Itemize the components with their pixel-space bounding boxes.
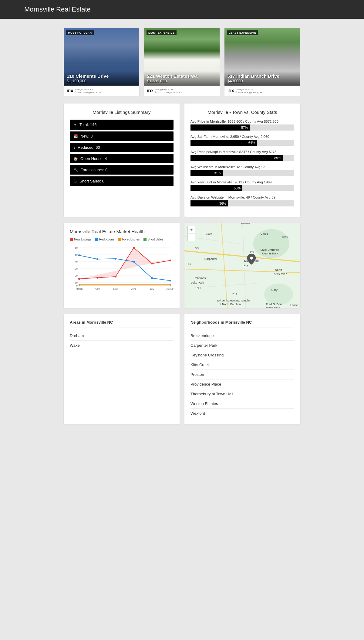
property-card-2[interactable]: LEAST EXPENSIVE 517 Indian Branch Drive …: [224, 28, 300, 96]
legend-item-2: Foreclosures: [118, 238, 140, 241]
areas-neighborhoods-row: Areas in Morrisville NC DurhamWake Neigh…: [64, 314, 300, 424]
svg-point-15: [78, 278, 80, 280]
neighborhood-item-5[interactable]: Providence Place: [190, 380, 294, 389]
stat-label: Short Sales: 0: [79, 179, 104, 183]
card-badge: MOST EXPENSIVE: [147, 30, 177, 35]
county-stat-2: Avg Price per/sqft in Morrisville:$247 /…: [190, 150, 294, 161]
idx-text: Triangle MLS, Inc.© 2021 Triangle MLS, I…: [235, 88, 264, 94]
card-price: $430000: [228, 79, 297, 83]
svg-point-22: [96, 258, 98, 260]
county-stats-card: Morrisville - Town vs. County Stats Avg …: [184, 104, 300, 217]
svg-point-24: [133, 261, 135, 263]
stat-icon: ＋: [73, 122, 77, 127]
stat-item-2: ↓Reduced: 60: [70, 143, 174, 152]
stat-item-1: 📅New: 8: [70, 131, 174, 141]
county-stats-title: Morrisville - Town vs. County Stats: [190, 110, 294, 115]
svg-point-19: [151, 263, 153, 264]
svg-text:60: 60: [75, 247, 78, 249]
svg-text:of North Carolina: of North Carolina: [219, 303, 241, 306]
areas-title: Areas in Morrisville NC: [70, 320, 174, 328]
neighborhood-item-2[interactable]: Keystone Crossing: [190, 350, 294, 360]
neighborhood-item-4[interactable]: Preston: [190, 370, 294, 380]
stat-items: ＋Total: 146📅New: 8↓Reduced: 60🏠Open Hous…: [70, 120, 174, 186]
svg-text:1539: 1539: [206, 232, 212, 235]
svg-text:Genlee: Genlee: [241, 223, 250, 224]
legend-color: [95, 238, 98, 241]
svg-text:1613: 1613: [242, 265, 248, 268]
svg-text:540: 540: [250, 250, 254, 253]
card-footer: IDX Triangle MLS, Inc.© 2021 Triangle ML…: [64, 86, 139, 96]
svg-text:20: 20: [75, 274, 78, 277]
svg-text:1521: 1521: [195, 287, 201, 290]
property-card-1[interactable]: MOST EXPENSIVE 221 Weston Estates Wa $1,…: [144, 28, 220, 96]
neighborhood-item-6[interactable]: Thornebury at Town Hall: [190, 389, 294, 399]
county-stat-label: Avg Price per/sqft in Morrisville:$247 /…: [190, 150, 294, 154]
legend-color: [70, 238, 73, 241]
map-card: 985 540 3015 55 1539 1613 1521 1617 Genl…: [184, 223, 300, 308]
neighborhood-item-7[interactable]: Weston Estates: [190, 399, 294, 409]
svg-text:County Park: County Park: [262, 252, 278, 255]
svg-point-17: [115, 276, 116, 277]
card-image: MOST POPULAR 110 Clements Drive $1,100,0…: [64, 28, 139, 86]
svg-text:3015: 3015: [282, 236, 288, 239]
card-image: MOST EXPENSIVE 221 Weston Estates Wa $1,…: [144, 28, 220, 86]
stat-icon: ↓: [73, 145, 75, 150]
neighborhood-item-0[interactable]: Breckenridge: [190, 331, 294, 341]
areas-card: Areas in Morrisville NC DurhamWake: [64, 314, 180, 424]
svg-text:North: North: [275, 268, 282, 271]
svg-text:50: 50: [75, 254, 78, 256]
svg-point-16: [96, 277, 98, 279]
stat-label: Total: 146: [79, 122, 96, 127]
neighborhood-item-8[interactable]: Wexford: [190, 409, 294, 418]
svg-point-21: [78, 254, 80, 256]
neighborhoods-list: BreckenridgeCarpenter ParkKeystone Cross…: [190, 331, 294, 418]
page-header: Morrisville Real Estate: [0, 0, 364, 19]
svg-text:55: 55: [188, 263, 191, 266]
card-info: 110 Clements Drive $1,100,000: [64, 71, 139, 86]
svg-point-25: [151, 277, 153, 279]
svg-text:Fred G. Bond: Fred G. Bond: [266, 303, 283, 306]
neighborhoods-title: Neighborhoods in Morrisville NC: [190, 320, 294, 328]
county-stat-percent: 31%: [214, 171, 221, 175]
card-price: $1,100,000: [67, 79, 136, 83]
area-item-1[interactable]: Wake: [70, 341, 174, 350]
stat-label: Open House: 4: [80, 156, 107, 161]
legend-item-3: Short Sales: [143, 238, 163, 241]
page-title: Morrisville Real Estate: [24, 5, 340, 13]
svg-text:May: May: [113, 288, 118, 290]
county-stat-3: Avg Walkscore in Morrisville: 32 / Count…: [190, 165, 294, 176]
svg-point-23: [115, 258, 116, 260]
map-zoom-in[interactable]: +: [188, 226, 195, 233]
stats-row: Morrisville Listings Summary ＋Total: 146…: [64, 104, 300, 217]
card-footer: IDX Triangle MLS, Inc.© 2021 Triangle ML…: [224, 86, 300, 96]
leaflet-attribution: Leaflet: [290, 304, 298, 307]
stat-label: Reduced: 60: [78, 145, 100, 150]
county-stat-label: Avg Walkscore in Morrisville: 32 / Count…: [190, 165, 294, 169]
svg-text:Sri Venkateswara Temple: Sri Venkateswara Temple: [217, 299, 250, 302]
listings-summary-title: Morrisville Listings Summary: [70, 110, 174, 115]
legend-label: New Listings: [74, 238, 91, 241]
stat-icon: 📅: [73, 134, 78, 138]
map-container: 985 540 3015 55 1539 1613 1521 1617 Genl…: [184, 223, 300, 308]
svg-text:ooks Park: ooks Park: [191, 281, 204, 284]
svg-text:10: 10: [75, 281, 78, 284]
county-stat-0: Avg Price in Morrisville: $653,600 / Cou…: [190, 120, 294, 131]
svg-text:Carpenter: Carpenter: [204, 257, 217, 260]
stat-label: Foreclosures: 0: [80, 168, 108, 172]
svg-text:0: 0: [76, 284, 78, 287]
svg-point-71: [250, 257, 253, 260]
listings-summary-card: Morrisville Listings Summary ＋Total: 146…: [64, 104, 180, 217]
svg-point-30: [170, 284, 171, 286]
card-address: 110 Clements Drive: [67, 73, 136, 79]
map-zoom-out[interactable]: −: [188, 233, 195, 241]
svg-text:40: 40: [75, 260, 78, 263]
stat-item-0: ＋Total: 146: [70, 120, 174, 130]
property-card-0[interactable]: MOST POPULAR 110 Clements Drive $1,100,0…: [64, 28, 139, 96]
county-stat-5: Avg Days on Website in Morrisville: 49 /…: [190, 196, 294, 206]
neighborhood-item-1[interactable]: Carpenter Park: [190, 341, 294, 350]
county-stat-label: Avg Sq. Ft. In Morrisville: 2,650 / Coun…: [190, 135, 294, 138]
market-chart: 60 50 40 30 20 10 0: [70, 245, 174, 293]
neighborhood-item-3[interactable]: Kitts Creek: [190, 360, 294, 370]
legend-label: Short Sales: [148, 238, 163, 241]
area-item-0[interactable]: Durham: [70, 331, 174, 341]
